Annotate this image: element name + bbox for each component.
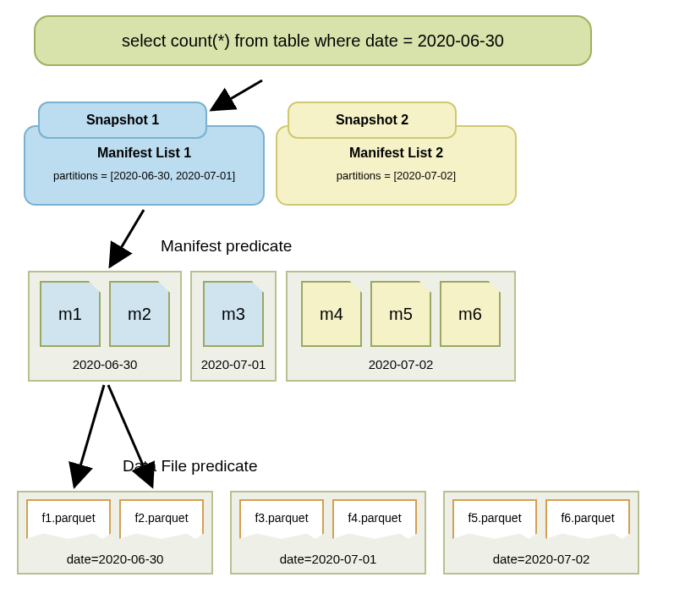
manifest-file-m5: m5 bbox=[370, 281, 431, 347]
manifest-group-2-date: 2020-07-01 bbox=[200, 354, 266, 375]
data-file-f1: f1.parquet bbox=[26, 499, 111, 543]
manifest-predicate-label: Manifest predicate bbox=[161, 237, 292, 256]
file-group-3-date: date=2020-07-02 bbox=[452, 548, 631, 569]
data-file-f6: f6.parquet bbox=[545, 499, 630, 543]
data-file-f4: f4.parquet bbox=[332, 499, 417, 543]
file-group-1-date: date=2020-06-30 bbox=[25, 548, 205, 569]
data-file-f5: f5.parquet bbox=[452, 499, 537, 543]
manifest-group-3-date: 2020-07-02 bbox=[296, 354, 506, 375]
data-file-f2: f2.parquet bbox=[119, 499, 204, 543]
manifest-file-m4: m4 bbox=[301, 281, 362, 347]
arrow-manifest-predicate bbox=[110, 210, 144, 267]
manifest-list-2-title: Manifest List 2 bbox=[277, 146, 515, 161]
file-group-1: f1.parquet f2.parquet date=2020-06-30 bbox=[17, 491, 213, 575]
arrow-query-to-snapshot bbox=[211, 80, 262, 110]
manifest-group-1: m1 m2 2020-06-30 bbox=[28, 271, 182, 382]
file-group-3: f5.parquet f6.parquet date=2020-07-02 bbox=[443, 491, 639, 575]
manifest-list-2-partitions: partitions = [2020-07-02] bbox=[277, 169, 515, 182]
query-box: select count(*) from table where date = … bbox=[34, 15, 592, 66]
manifest-file-m1: m1 bbox=[40, 281, 101, 347]
manifest-list-1-partitions: partitions = [2020-06-30, 2020-07-01] bbox=[25, 169, 263, 182]
file-group-2-date: date=2020-07-01 bbox=[238, 548, 418, 569]
manifest-group-1-date: 2020-06-30 bbox=[38, 354, 172, 375]
manifest-file-m2: m2 bbox=[109, 281, 170, 347]
file-group-2: f3.parquet f4.parquet date=2020-07-01 bbox=[230, 491, 426, 575]
manifest-group-3: m4 m5 m6 2020-07-02 bbox=[286, 271, 516, 382]
manifest-list-1-title: Manifest List 1 bbox=[25, 146, 263, 161]
manifest-file-m6: m6 bbox=[440, 281, 501, 347]
data-file-predicate-label: Data File predicate bbox=[123, 457, 257, 476]
data-file-f3: f3.parquet bbox=[239, 499, 324, 543]
snapshot-1: Snapshot 1 bbox=[38, 102, 207, 139]
snapshot-2: Snapshot 2 bbox=[288, 102, 457, 139]
manifest-group-2: m3 2020-07-01 bbox=[190, 271, 277, 382]
arrow-datafile-left bbox=[74, 385, 104, 487]
manifest-file-m3: m3 bbox=[203, 281, 264, 347]
